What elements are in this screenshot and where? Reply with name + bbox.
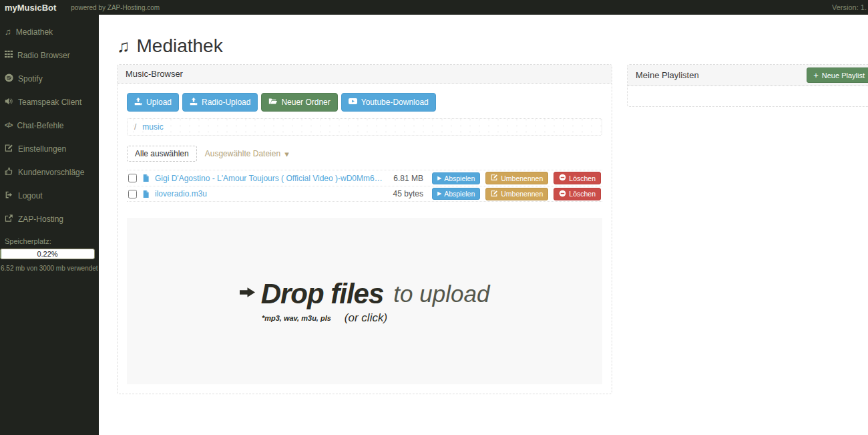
- file-icon: [142, 190, 150, 198]
- playlists-list-empty: [628, 86, 868, 106]
- page-title: ♫ Mediathek: [117, 35, 868, 57]
- file-size: 45 bytes: [393, 189, 423, 198]
- music-icon: ♫: [5, 27, 11, 36]
- file-name-link[interactable]: iloveradio.m3u: [155, 189, 207, 198]
- storage-label: Speicherplatz:: [0, 237, 99, 245]
- play-icon: ▶: [437, 176, 441, 181]
- upload-icon: [134, 98, 142, 108]
- file-icon: [142, 174, 150, 182]
- table-row: iloveradio.m3u 45 bytes ▶ Abspielen Umbe…: [127, 186, 602, 202]
- powered-by-label: powered by ZAP-Hosting.com: [71, 4, 160, 11]
- pencil-square-icon: [491, 190, 498, 198]
- youtube-download-button[interactable]: Youtube-Download: [341, 93, 436, 112]
- delete-button[interactable]: Löschen: [554, 172, 601, 184]
- sidebar-item-label: Kundenvorschläge: [18, 168, 84, 177]
- volume-up-icon: [5, 97, 13, 108]
- new-folder-button-label: Neuer Ordner: [281, 98, 330, 107]
- sidebar-item-chat-befehle[interactable]: </> Chat-Befehle: [0, 114, 99, 137]
- rename-button-label: Umbenennen: [501, 174, 543, 182]
- chevron-down-icon: ▾: [284, 150, 289, 158]
- rename-button-label: Umbenennen: [501, 190, 543, 198]
- upload-button[interactable]: Upload: [127, 93, 179, 112]
- dropzone-headline-rest: to upload: [393, 281, 489, 307]
- selection-toolbar: Alle auswählen Ausgewählte Dateien ▾: [127, 146, 602, 162]
- select-all-button[interactable]: Alle auswählen: [127, 146, 197, 162]
- arrow-right-icon: [240, 287, 255, 300]
- sidebar-item-kundenvorschlaege[interactable]: Kundenvorschläge: [0, 160, 99, 184]
- upload-toolbar: Upload Radio-Upload Neuer Ordner Yo: [127, 93, 602, 112]
- sidebar-item-label: Chat-Befehle: [17, 121, 63, 130]
- play-button-label: Abspielen: [444, 190, 475, 198]
- sidebar-item-radio-browser[interactable]: Radio Browser: [0, 43, 99, 67]
- folder-open-icon: [268, 97, 277, 108]
- dropzone[interactable]: Drop files to upload *mp3, wav, m3u, pls…: [127, 218, 602, 384]
- sidebar-item-label: Einstellungen: [18, 144, 66, 154]
- sidebar-item-mediathek[interactable]: ♫ Mediathek: [0, 20, 99, 43]
- page-title-text: Mediathek: [137, 35, 223, 57]
- sidebar: ♫ Mediathek Radio Browser Spotify Teamsp…: [0, 15, 99, 435]
- code-icon: </>: [5, 122, 12, 129]
- edit-icon: [5, 144, 13, 154]
- selected-files-dropdown[interactable]: Ausgewählte Dateien ▾: [197, 146, 297, 161]
- breadcrumb-root[interactable]: /: [134, 122, 136, 132]
- radio-upload-button-label: Radio-Upload: [202, 98, 250, 107]
- plus-icon: +: [813, 71, 819, 80]
- new-folder-button[interactable]: Neuer Ordner: [261, 93, 337, 112]
- delete-button[interactable]: Löschen: [554, 188, 601, 200]
- sidebar-item-zap-hosting[interactable]: ZAP-Hosting: [0, 207, 99, 231]
- music-browser-panel: Music-Browser Upload Radio-Upload: [117, 64, 612, 394]
- minus-circle-icon: [559, 174, 566, 182]
- rename-button[interactable]: Umbenennen: [485, 188, 548, 200]
- sidebar-item-label: Radio Browser: [17, 51, 70, 60]
- thumbs-up-icon: [5, 167, 13, 178]
- file-table: Gigi D'Agostino - L'Amour Toujours ( Off…: [127, 170, 602, 202]
- breadcrumb: / music: [127, 118, 602, 136]
- youtube-icon: [349, 97, 357, 108]
- storage-progress-bar: 0.22%: [0, 249, 95, 259]
- dropzone-formats: *mp3, wav, m3u, pls: [262, 314, 331, 322]
- sidebar-item-spotify[interactable]: Spotify: [0, 67, 99, 90]
- play-button[interactable]: ▶ Abspielen: [432, 172, 480, 184]
- upload-icon: [190, 98, 198, 108]
- sidebar-item-label: Teamspeak Client: [18, 98, 81, 107]
- sidebar-item-label: ZAP-Hosting: [18, 214, 63, 224]
- sign-out-icon: [5, 190, 13, 201]
- pencil-square-icon: [491, 174, 498, 182]
- sidebar-item-teamspeak[interactable]: Teamspeak Client: [0, 90, 99, 114]
- dropzone-headline-bold: Drop files: [261, 278, 384, 310]
- playlists-panel: Meine Playlisten + Neue Playlist: [627, 64, 868, 107]
- rename-button[interactable]: Umbenennen: [485, 172, 548, 184]
- spotify-icon: [5, 74, 13, 84]
- breadcrumb-current-folder[interactable]: music: [142, 122, 163, 132]
- selected-files-label: Ausgewählte Dateien: [205, 149, 280, 158]
- table-row: Gigi D'Agostino - L'Amour Toujours ( Off…: [127, 170, 602, 186]
- youtube-download-button-label: Youtube-Download: [361, 98, 429, 107]
- file-checkbox[interactable]: [128, 174, 137, 182]
- sidebar-item-logout[interactable]: Logout: [0, 184, 99, 207]
- new-playlist-button[interactable]: + Neue Playlist: [807, 67, 868, 83]
- new-playlist-button-label: Neue Playlist: [822, 71, 865, 80]
- sidebar-item-label: Logout: [18, 191, 43, 200]
- play-button[interactable]: ▶ Abspielen: [432, 188, 480, 200]
- minus-circle-icon: [559, 190, 566, 198]
- sidebar-item-label: Spotify: [18, 74, 43, 84]
- upload-button-label: Upload: [146, 98, 172, 107]
- app-brand: myMusicBot: [0, 3, 56, 13]
- music-browser-panel-title: Music-Browser: [118, 65, 612, 84]
- top-bar: myMusicBot powered by ZAP-Hosting.com Ve…: [0, 0, 868, 15]
- dropzone-or-click: (or click): [345, 311, 387, 325]
- grid-icon: [5, 50, 13, 60]
- file-checkbox[interactable]: [128, 190, 137, 198]
- sidebar-item-label: Mediathek: [16, 27, 53, 37]
- sidebar-item-einstellungen[interactable]: Einstellungen: [0, 137, 99, 160]
- main-content: ♫ Mediathek Music-Browser Upload Radio-U…: [99, 15, 868, 435]
- delete-button-label: Löschen: [569, 190, 596, 198]
- file-size: 6.81 MB: [393, 174, 423, 183]
- playlists-panel-title: Meine Playlisten: [636, 70, 699, 80]
- storage-section: Speicherplatz: 0.22% 6.52 mb von 3000 mb…: [0, 237, 99, 272]
- storage-progress-text: 0.22%: [1, 249, 94, 259]
- music-icon: ♫: [117, 37, 130, 55]
- version-label: Version: 1.: [832, 3, 868, 11]
- file-name-link[interactable]: Gigi D'Agostino - L'Amour Toujours ( Off…: [155, 174, 388, 183]
- radio-upload-button[interactable]: Radio-Upload: [182, 93, 258, 112]
